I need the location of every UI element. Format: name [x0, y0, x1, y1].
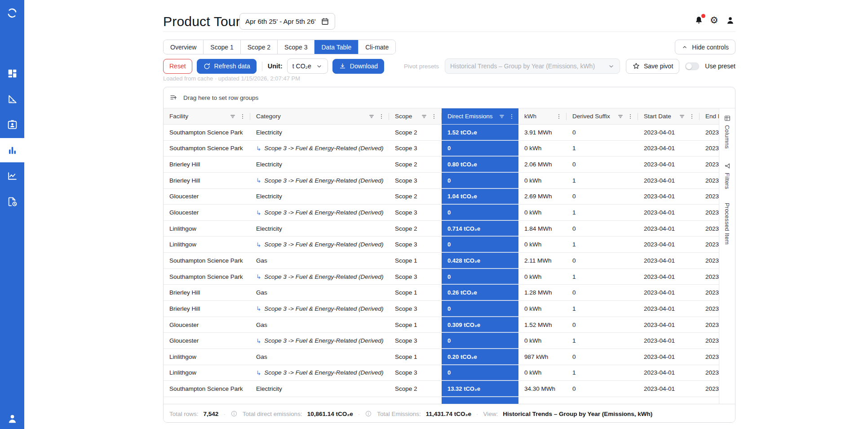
cell-derived-suffix[interactable]: 1 — [567, 301, 638, 317]
cell-start-date[interactable]: 2023-04-01 — [638, 125, 700, 140]
use-preset-toggle[interactable] — [685, 63, 699, 70]
cell-end-date[interactable]: 2023- — [700, 333, 719, 349]
cell-scope[interactable]: Scope 3 — [389, 141, 442, 156]
cell-facility[interactable]: Gloucester — [164, 333, 250, 349]
side-panel-tab-columns[interactable]: Columns — [724, 115, 731, 149]
cell-start-date[interactable] — [638, 397, 700, 404]
cell-end-date[interactable]: 2023- — [700, 125, 719, 140]
cell-kwh[interactable]: 3.91 MWh — [518, 125, 567, 140]
cell-derived-suffix[interactable]: 0 — [567, 125, 638, 140]
cell-scope[interactable]: Scope 3 — [389, 237, 442, 252]
cell-start-date[interactable]: 2023-04-01 — [638, 141, 700, 156]
cell-scope[interactable]: Scope 3 — [389, 205, 442, 220]
download-button[interactable]: Download — [332, 59, 384, 74]
sidebar-item-bar-chart[interactable] — [0, 138, 24, 162]
cell-category[interactable]: Gas — [250, 317, 389, 333]
cell-end-date[interactable]: 2023- — [700, 285, 719, 300]
cell-category[interactable]: ↳Scope 3 -> Fuel & Energy-Related (Deriv… — [250, 141, 389, 156]
cell-scope[interactable]: Scope 2 — [389, 189, 442, 205]
cell-direct-emissions[interactable] — [442, 397, 518, 404]
cell-scope[interactable]: Scope 1 — [389, 253, 442, 268]
cell-start-date[interactable]: 2023-04-01 — [638, 237, 700, 252]
cell-derived-suffix[interactable]: 0 — [567, 349, 638, 365]
filter-icon[interactable] — [678, 113, 686, 120]
cell-kwh[interactable]: 0 kWh — [518, 205, 567, 220]
tab-cli-mate[interactable]: Cli-mate — [359, 40, 395, 54]
cell-kwh[interactable]: 0 kWh — [518, 173, 567, 188]
save-pivot-button[interactable]: Save pivot — [626, 59, 679, 74]
cell-kwh[interactable]: 0 kWh — [518, 301, 567, 317]
cell-facility[interactable]: Southampton Science Park — [164, 269, 250, 285]
column-header-facility[interactable]: Facility — [164, 108, 250, 124]
info-icon[interactable] — [230, 410, 238, 417]
cell-end-date[interactable]: 2023- — [700, 365, 719, 381]
filter-icon[interactable] — [617, 113, 624, 120]
cell-direct-emissions[interactable]: 0.80 tCO₂e — [442, 156, 518, 172]
cell-end-date[interactable]: 2023- — [700, 381, 719, 397]
cell-derived-suffix[interactable]: 0 — [567, 156, 638, 172]
notifications-button[interactable] — [694, 16, 704, 25]
cell-scope[interactable]: Scope 1 — [389, 285, 442, 300]
cell-kwh[interactable]: 0 kWh — [518, 237, 567, 252]
kebab-icon[interactable] — [508, 113, 515, 120]
cell-derived-suffix[interactable]: 1 — [567, 237, 638, 252]
filter-icon[interactable] — [421, 113, 428, 120]
cell-scope[interactable]: Scope 3 — [389, 173, 442, 188]
cell-scope[interactable]: Scope 3 — [389, 365, 442, 381]
cell-direct-emissions[interactable]: 0 — [442, 365, 518, 381]
cell-kwh[interactable]: 1.84 MWh — [518, 221, 567, 237]
cell-kwh[interactable]: 1.28 MWh — [518, 285, 567, 300]
cell-end-date[interactable]: 2023- — [700, 205, 719, 220]
cell-direct-emissions[interactable]: 0 — [442, 173, 518, 188]
cell-kwh[interactable]: 0 kWh — [518, 141, 567, 156]
cell-direct-emissions[interactable]: 1.52 tCO₂e — [442, 125, 518, 140]
cell-facility[interactable]: Linlithgow — [164, 237, 250, 252]
column-header-category[interactable]: Category — [250, 108, 389, 124]
filter-icon[interactable] — [229, 113, 236, 120]
cell-scope[interactable]: Scope 2 — [389, 381, 442, 397]
row-groups-drop-zone[interactable]: Drag here to set row groups — [164, 87, 735, 108]
kebab-icon[interactable] — [239, 113, 246, 120]
cell-derived-suffix[interactable]: 1 — [567, 141, 638, 156]
cell-category[interactable]: ↳Scope 3 -> Fuel & Energy-Related (Deriv… — [250, 173, 389, 188]
cell-direct-emissions[interactable]: 0.428 tCO₂e — [442, 253, 518, 268]
cell-end-date[interactable]: 2023- — [700, 237, 719, 252]
cell-facility[interactable]: Brierley Hill — [164, 173, 250, 188]
cell-facility[interactable]: Gloucester — [164, 189, 250, 205]
cell-facility[interactable]: Brierley Hill — [164, 156, 250, 172]
cell-end-date[interactable]: 2023- — [700, 253, 719, 268]
cell-category[interactable]: ↳Scope 3 -> Fuel & Energy-Related (Deriv… — [250, 301, 389, 317]
column-header-direct-emissions[interactable]: Direct Emissions — [442, 108, 518, 124]
cell-start-date[interactable]: 2023-04-01 — [638, 269, 700, 285]
pivot-preset-select[interactable]: Historical Trends – Group by Year (Emiss… — [445, 58, 620, 74]
info-icon[interactable] — [365, 410, 372, 417]
cell-scope[interactable]: Scope 2 — [389, 156, 442, 172]
cell-derived-suffix[interactable]: 1 — [567, 205, 638, 220]
cell-scope[interactable] — [389, 397, 442, 404]
cell-category[interactable]: Electricity — [250, 125, 389, 140]
unit-select[interactable]: t CO₂e — [287, 58, 328, 74]
cell-category[interactable] — [250, 397, 389, 404]
cell-category[interactable]: Electricity — [250, 189, 389, 205]
cell-facility[interactable]: Brierley Hill — [164, 285, 250, 300]
cell-direct-emissions[interactable]: 1.04 tCO₂e — [442, 189, 518, 205]
cell-start-date[interactable]: 2023-04-01 — [638, 317, 700, 333]
cell-kwh[interactable]: 987 kWh — [518, 349, 567, 365]
cell-category[interactable]: ↳Scope 3 -> Fuel & Energy-Related (Deriv… — [250, 269, 389, 285]
cell-scope[interactable]: Scope 1 — [389, 349, 442, 365]
sidebar-item-document-history[interactable] — [0, 189, 24, 214]
cell-category[interactable]: Gas — [250, 285, 389, 300]
cell-kwh[interactable]: 34.30 MWh — [518, 381, 567, 397]
cell-facility[interactable]: Linlithgow — [164, 221, 250, 237]
cell-category[interactable]: Gas — [250, 349, 389, 365]
cell-kwh[interactable]: 1.52 MWh — [518, 317, 567, 333]
cell-derived-suffix[interactable] — [567, 397, 638, 404]
cell-end-date[interactable]: 2023- — [700, 317, 719, 333]
cell-start-date[interactable]: 2023-04-01 — [638, 221, 700, 237]
cell-category[interactable]: Electricity — [250, 221, 389, 237]
cell-end-date[interactable]: 2023- — [700, 141, 719, 156]
cell-direct-emissions[interactable]: 0 — [442, 301, 518, 317]
cell-start-date[interactable]: 2023-04-01 — [638, 301, 700, 317]
cell-start-date[interactable]: 2023-04-01 — [638, 365, 700, 381]
cell-facility[interactable]: Southampton Science Park — [164, 141, 250, 156]
